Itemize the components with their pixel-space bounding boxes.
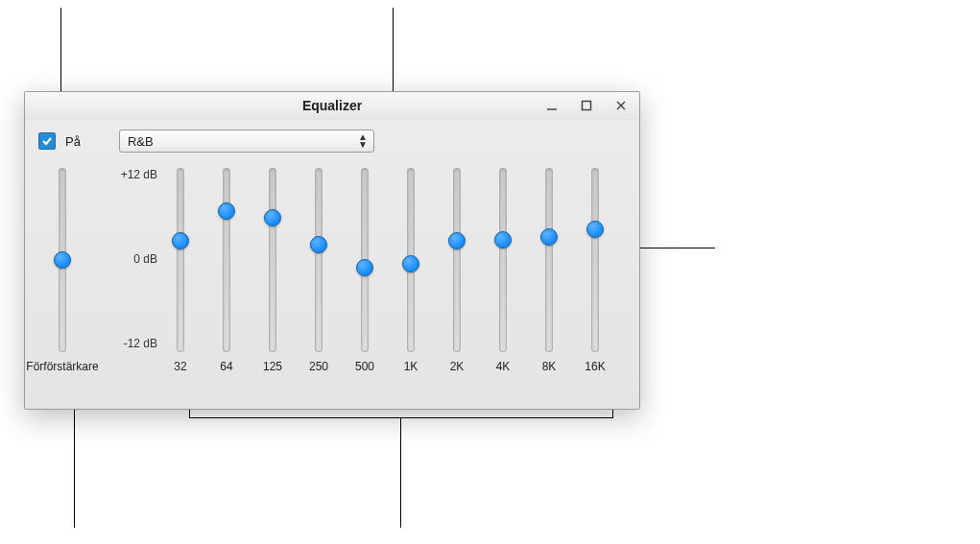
band-thumb-64[interactable]: [218, 202, 235, 220]
callout-line: [400, 417, 401, 528]
scale-mid-label: 0 dB: [90, 252, 157, 266]
band-freq-label: 250: [309, 360, 328, 373]
band-freq-label: 2K: [450, 360, 465, 373]
minimize-button[interactable]: [539, 96, 564, 115]
preamp-thumb[interactable]: [54, 251, 71, 269]
band-slider-125[interactable]: [269, 168, 276, 352]
check-icon: [41, 135, 53, 147]
band-slider-500[interactable]: [361, 168, 369, 352]
band-125: 125: [253, 168, 292, 373]
band-8K: 8K: [530, 168, 568, 373]
controls-row: På R&B ▲▼: [25, 120, 639, 158]
window-title: Equalizer: [302, 98, 362, 113]
band-freq-label: 64: [220, 360, 232, 373]
band-freq-label: 32: [174, 360, 186, 373]
band-1K: 1K: [392, 168, 430, 373]
band-slider-32[interactable]: [177, 168, 184, 352]
band-slider-8K[interactable]: [545, 168, 553, 352]
band-thumb-250[interactable]: [310, 236, 327, 253]
band-freq-label: 500: [355, 360, 374, 373]
callout-line: [74, 399, 75, 528]
db-scale: +12 dB 0 dB -12 dB: [90, 168, 157, 350]
preamp-slider[interactable]: [59, 168, 66, 352]
band-freq-label: 4K: [496, 360, 511, 373]
preamp-label: Förförstärkare: [26, 360, 98, 373]
band-slider-16K[interactable]: [591, 168, 599, 352]
preset-selected-label: R&B: [128, 134, 154, 149]
equalizer-window: Equalizer På R&B ▲▼: [24, 91, 640, 410]
band-freq-label: 1K: [404, 360, 418, 373]
band-thumb-16K[interactable]: [586, 221, 604, 238]
band-thumb-125[interactable]: [264, 209, 281, 226]
band-thumb-2K[interactable]: [448, 232, 466, 249]
band-thumb-32[interactable]: [172, 232, 189, 249]
on-checkbox-label: På: [65, 134, 81, 149]
band-slider-1K[interactable]: [407, 168, 415, 352]
band-freq-label: 8K: [542, 360, 557, 373]
band-slider-2K[interactable]: [453, 168, 461, 352]
band-freq-label: 16K: [585, 360, 605, 373]
band-500: 500: [346, 168, 384, 373]
bands-container: 32641252505001K2K4K8K16K: [161, 168, 614, 373]
band-64: 64: [207, 168, 246, 373]
band-32: 32: [161, 168, 200, 373]
band-4K: 4K: [484, 168, 522, 373]
band-thumb-500[interactable]: [356, 259, 373, 276]
on-checkbox[interactable]: [38, 132, 56, 150]
preamp-column: Förförstärkare: [38, 168, 86, 373]
band-16K: 16K: [576, 168, 614, 373]
band-250: 250: [299, 168, 338, 373]
scale-max-label: +12 dB: [90, 168, 157, 181]
band-freq-label: 125: [263, 360, 282, 373]
preset-select[interactable]: R&B ▲▼: [119, 130, 374, 153]
band-slider-4K[interactable]: [499, 168, 507, 352]
titlebar: Equalizer: [25, 92, 639, 120]
band-slider-64[interactable]: [223, 168, 230, 352]
close-button[interactable]: [609, 96, 633, 115]
svg-rect-1: [583, 102, 591, 110]
band-thumb-1K[interactable]: [402, 255, 419, 272]
maximize-button[interactable]: [574, 96, 599, 115]
band-2K: 2K: [438, 168, 476, 373]
window-controls: [539, 92, 633, 119]
band-thumb-8K[interactable]: [540, 228, 558, 246]
band-thumb-4K[interactable]: [494, 231, 512, 248]
band-slider-250[interactable]: [315, 168, 323, 352]
updown-icon: ▲▼: [358, 133, 368, 149]
equalizer-area: Förförstärkare +12 dB 0 dB -12 dB 326412…: [25, 158, 639, 383]
scale-min-label: -12 dB: [90, 337, 157, 350]
